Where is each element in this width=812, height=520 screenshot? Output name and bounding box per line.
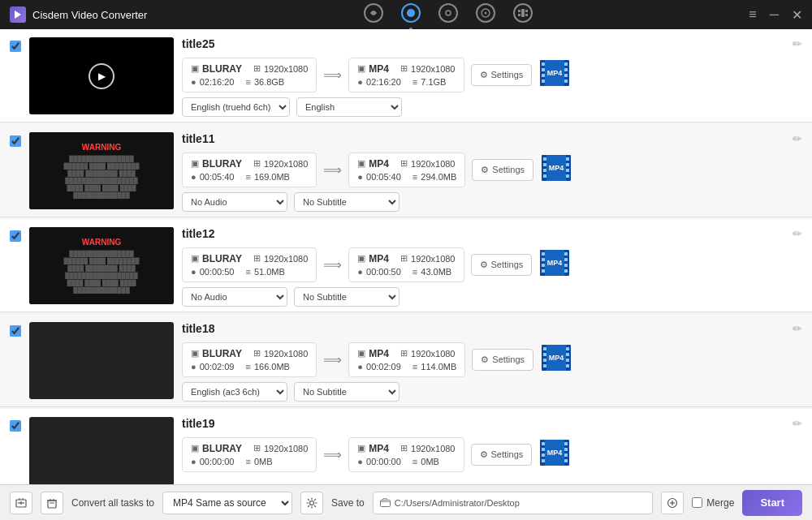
- video-thumbnail[interactable]: ▶: [29, 37, 174, 114]
- nav-active-icon[interactable]: [400, 2, 421, 28]
- warning-body: ██████████████████████ ████ ████████████…: [63, 250, 139, 294]
- item-title: title11: [182, 132, 802, 145]
- source-info-box: ▣ BLURAY ⊞ 1920x1080 ● 02:16:20: [182, 58, 317, 92]
- menu-icon[interactable]: ≡: [749, 7, 756, 22]
- source-duration: 00:05:40: [200, 172, 235, 182]
- video-item: WARNING ██████████████████████ ████ ████…: [0, 124, 812, 217]
- source-size-cell: ≡ 51.0MB: [245, 267, 284, 277]
- source-duration: 00:02:09: [200, 362, 235, 372]
- svg-rect-49: [564, 269, 568, 273]
- save-path-box: C:/Users/Administrator/Desktop: [373, 492, 654, 514]
- svg-rect-33: [543, 174, 546, 178]
- output-meta-row: ● 00:00:50 ≡ 43.0MB: [357, 267, 455, 277]
- item-title: title12: [182, 227, 802, 240]
- gear-settings-icon: ⚙: [480, 260, 488, 270]
- edit-icon[interactable]: ✏: [793, 37, 802, 50]
- item-checkbox[interactable]: [10, 230, 21, 242]
- settings-button-label: Settings: [491, 449, 524, 459]
- film-icon-out: ▣: [357, 348, 365, 359]
- svg-text:MP4: MP4: [547, 449, 563, 457]
- svg-rect-35: [566, 163, 569, 166]
- source-format: BLURAY: [202, 348, 242, 359]
- svg-rect-59: [566, 353, 569, 356]
- settings-button[interactable]: ⚙ Settings: [471, 254, 533, 276]
- nav-cd-icon[interactable]: [438, 2, 459, 28]
- output-info-box: ▣ MP4 ⊞ 1920x1080 ● 00:05:40: [348, 153, 465, 187]
- settings-button-label: Settings: [491, 260, 524, 269]
- warning-overlay: WARNING ██████████████████████ ████ ████…: [29, 132, 174, 209]
- size-icon: ≡: [245, 362, 250, 372]
- settings-button[interactable]: ⚙ Settings: [471, 64, 533, 86]
- merge-label[interactable]: Merge: [692, 497, 734, 509]
- app-title: Cisdem Video Converter: [32, 9, 147, 21]
- close-icon[interactable]: ✕: [792, 7, 802, 23]
- output-resolution-cell: ⊞ 1920x1080: [400, 443, 455, 454]
- output-format-cell: ▣ MP4: [357, 63, 389, 75]
- output-size-cell: ≡ 0MB: [412, 457, 439, 466]
- audio-select[interactable]: English (ac3 6ch)No Audio: [182, 382, 287, 402]
- source-format-cell: ▣ BLURAY: [191, 158, 242, 170]
- svg-rect-47: [564, 258, 568, 261]
- svg-rect-70: [564, 442, 568, 445]
- settings-button-label: Settings: [492, 165, 525, 174]
- output-size: 43.0MB: [421, 267, 451, 277]
- minimize-icon[interactable]: ─: [770, 7, 779, 22]
- clock-icon: ●: [191, 172, 197, 182]
- output-format-row: ▣ MP4 ⊞ 1920x1080: [357, 443, 455, 454]
- settings-button[interactable]: ⚙ Settings: [471, 444, 533, 466]
- edit-icon[interactable]: ✏: [793, 417, 802, 430]
- conversion-row: ▣ BLURAY ⊞ 1920x1080 ● 00:02:09: [182, 342, 802, 377]
- nav-film-icon[interactable]: [512, 2, 533, 28]
- video-item: ▶ title25 ▣ BLURAY ⊞ 1920x1080: [0, 29, 812, 122]
- source-info-box: ▣ BLURAY ⊞ 1920x1080 ● 00:00:50: [182, 247, 317, 282]
- item-details: title12 ▣ BLURAY ⊞ 1920x1080: [182, 227, 802, 307]
- output-format-cell: ▣ MP4: [357, 443, 389, 454]
- output-duration: 00:02:09: [366, 362, 401, 372]
- start-button[interactable]: Start: [742, 490, 802, 516]
- source-format-row: ▣ BLURAY ⊞ 1920x1080: [191, 348, 308, 359]
- browse-button[interactable]: [661, 492, 684, 514]
- delete-button[interactable]: [41, 492, 63, 514]
- source-duration-cell: ● 00:02:09: [191, 362, 234, 372]
- settings-gear-button[interactable]: [300, 492, 323, 514]
- item-checkbox[interactable]: [10, 420, 21, 432]
- subtitle-select[interactable]: No Subtitle: [294, 382, 400, 402]
- source-resolution-cell: ⊞ 1920x1080: [253, 253, 308, 264]
- audio-select[interactable]: No Audio: [182, 287, 287, 307]
- film-icon: ▣: [191, 443, 199, 453]
- edit-icon[interactable]: ✏: [793, 132, 802, 145]
- svg-rect-80: [48, 501, 56, 508]
- item-checkbox[interactable]: [10, 41, 21, 52]
- subtitle-select[interactable]: No Subtitle: [294, 192, 400, 212]
- nav-convert-icon[interactable]: [363, 2, 384, 28]
- arrow-icon: ⟹: [323, 352, 342, 367]
- svg-rect-37: [566, 174, 569, 178]
- resolution-icon: ⊞: [253, 253, 261, 264]
- nav-burn-icon[interactable]: [475, 2, 496, 28]
- film-icon: ▣: [191, 63, 199, 74]
- play-button[interactable]: ▶: [89, 63, 114, 89]
- audio-select[interactable]: English (truehd 6ch)English: [182, 97, 290, 117]
- svg-rect-68: [542, 453, 545, 457]
- subtitle-select[interactable]: EnglishNo Subtitle: [296, 97, 402, 117]
- svg-rect-55: [543, 353, 546, 356]
- settings-button[interactable]: ⚙ Settings: [472, 159, 533, 181]
- subtitle-select[interactable]: No Subtitle: [294, 287, 400, 307]
- svg-marker-0: [15, 11, 21, 19]
- item-checkbox[interactable]: [10, 135, 21, 147]
- video-thumbnail[interactable]: WARNING ██████████████████████ ████ ████…: [29, 132, 174, 209]
- add-button[interactable]: [10, 492, 32, 514]
- edit-icon[interactable]: ✏: [793, 227, 802, 240]
- output-resolution: 1920x1080: [411, 349, 455, 359]
- merge-checkbox[interactable]: [692, 497, 702, 508]
- video-thumbnail[interactable]: WARNING ██████████████████████ ████ ████…: [29, 227, 174, 304]
- settings-button[interactable]: ⚙ Settings: [472, 349, 533, 371]
- source-duration-cell: ● 02:16:20: [191, 77, 234, 87]
- size-icon: ≡: [245, 457, 250, 466]
- audio-select[interactable]: No AudioEnglish: [182, 192, 287, 212]
- format-select[interactable]: MP4 Same as source: [162, 492, 292, 514]
- size-icon-out: ≡: [412, 267, 417, 277]
- resolution-icon-out: ⊞: [400, 443, 408, 453]
- edit-icon[interactable]: ✏: [793, 322, 802, 335]
- item-checkbox[interactable]: [10, 325, 21, 337]
